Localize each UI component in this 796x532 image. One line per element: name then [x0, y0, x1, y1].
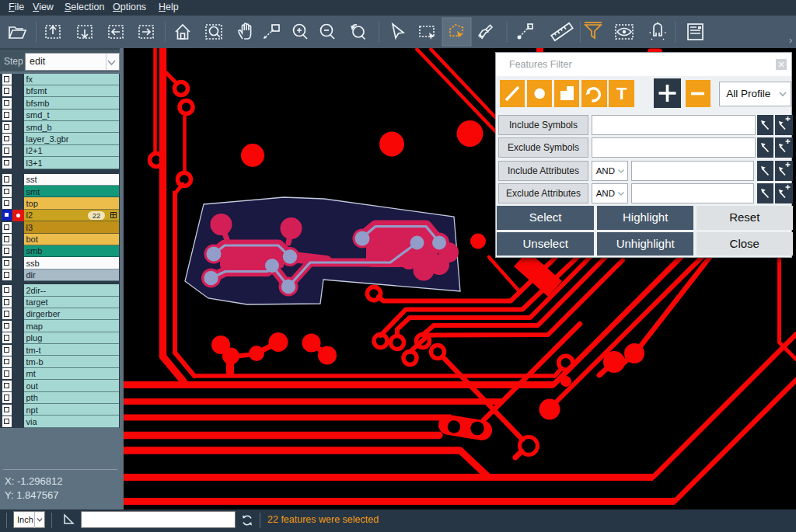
- svg-text:T: T: [616, 84, 627, 103]
- svg-text:›: ›: [789, 34, 792, 46]
